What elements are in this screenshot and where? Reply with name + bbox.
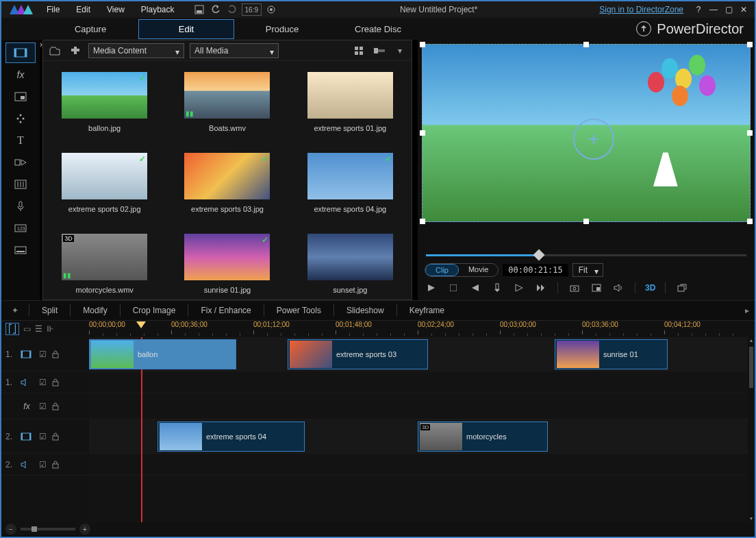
undock-icon[interactable] [675,281,689,295]
menu-edit[interactable]: Edit [69,3,97,16]
transition-room-icon[interactable] [5,152,36,173]
timeline-vscroll[interactable]: ▴▾ [748,337,755,522]
minimize-icon[interactable]: — [708,5,719,14]
snapshot-icon[interactable] [568,281,581,295]
close-icon[interactable]: ✕ [738,5,749,14]
tab-capture[interactable]: Capture [42,20,138,38]
volume-icon[interactable] [612,281,625,295]
media-room-icon[interactable] [5,42,36,63]
tool-fix-enhance[interactable]: Fix / Enhance [188,306,263,315]
timeline-clip[interactable]: 3Dmotorcycles [418,421,548,452]
zoom-in-icon[interactable]: + [79,524,90,535]
menu-view[interactable]: View [100,3,131,16]
tool-modify[interactable]: Modify [71,306,119,315]
menu-file[interactable]: File [40,3,66,16]
media-thumbnail[interactable]: ✓extreme sports 02.jpg [50,153,159,213]
tl-view-1-icon[interactable]: ⎡⎦ [5,323,19,335]
tool-slideshow[interactable]: Slideshow [334,306,396,315]
media-thumbnail[interactable]: extreme sports 01.jpg [296,72,405,132]
timeline-clip[interactable]: extreme sports 03 [288,339,428,369]
media-thumbnail[interactable]: ✓sunrise 01.jpg [173,234,281,294]
settings-icon[interactable] [264,3,278,16]
audio-mix-room-icon[interactable] [5,174,36,195]
voiceover-room-icon[interactable] [5,196,36,217]
title-room-icon[interactable]: T [5,130,36,151]
pip-room-icon[interactable] [5,86,36,107]
subtitle-room-icon[interactable] [5,240,36,260]
timeline-clip[interactable]: sunrise 01 [555,339,668,369]
track-enable-checkbox[interactable]: ☑ [37,378,48,387]
media-thumbnail[interactable]: ✓ballon.jpg [50,72,159,132]
media-thumbnail[interactable]: ▮▮Boats.wmv [173,72,281,132]
preview-image[interactable]: + [422,44,751,222]
video-track-icon[interactable] [21,350,33,358]
track-lock-icon[interactable] [52,402,63,411]
more-tools-icon[interactable]: ▸ [740,306,755,315]
track-lock-icon[interactable] [52,378,63,387]
maximize-icon[interactable]: ▢ [723,5,734,14]
aspect-ratio-select[interactable]: 16:9 [242,3,262,16]
tool-crop[interactable]: Crop Image [121,306,188,315]
toggle-clip[interactable]: Clip [425,264,459,276]
preview-canvas[interactable]: + [422,44,751,247]
save-icon[interactable] [192,3,206,16]
media-thumbnail[interactable]: ✓extreme sports 03.jpg [173,153,281,213]
timeline-ruler[interactable]: 00;00;00;0000;00;36;0000;01;12;0000;01;4… [89,321,755,337]
menu-playback[interactable]: Playback [134,3,181,16]
audio-track-icon[interactable] [21,461,33,469]
upload-icon[interactable] [636,21,651,36]
library-menu-icon[interactable]: ▾ [392,43,407,58]
undo-icon[interactable] [209,3,223,16]
track-enable-checkbox[interactable]: ☑ [37,432,48,441]
fast-forward-icon[interactable] [534,281,548,295]
timeline-clip[interactable]: ballon [89,339,236,369]
zoom-out-icon[interactable]: − [5,524,16,535]
step-icon[interactable] [490,281,504,295]
3d-icon[interactable]: 3D [645,281,655,295]
thumbnail-size-icon[interactable] [372,43,387,58]
track-area[interactable]: ballonextreme sports 03sunrise 01extreme… [89,337,755,522]
grid-view-icon[interactable] [351,43,366,58]
stop-icon[interactable] [446,281,460,295]
magic-wand-icon[interactable]: ✦ [1,306,29,315]
media-thumbnail[interactable]: ✓extreme sports 04.jpg [296,153,405,213]
seek-bar[interactable] [426,254,746,256]
audio-track-icon[interactable] [21,378,33,387]
track-enable-checkbox[interactable]: ☑ [37,350,48,359]
video-track-icon[interactable] [21,432,33,441]
media-filter-select[interactable]: All Media▾ [190,43,279,58]
fx-track-icon[interactable]: fx [21,402,33,411]
plugin-icon[interactable] [68,43,83,58]
particle-room-icon[interactable] [5,108,36,129]
zoom-slider[interactable] [21,528,75,530]
tab-create-disc[interactable]: Create Disc [330,20,426,38]
prev-frame-icon[interactable] [468,281,482,295]
tool-split[interactable]: Split [29,306,70,315]
tool-keyframe[interactable]: Keyframe [397,306,457,315]
tab-produce[interactable]: Produce [234,20,330,38]
media-thumbnail[interactable]: sunset.jpg [296,234,405,294]
signin-link[interactable]: Sign in to DirectorZone [599,5,683,14]
tab-edit[interactable]: Edit [138,19,234,39]
track-lock-icon[interactable] [52,432,63,441]
import-icon[interactable] [47,43,62,58]
next-frame-icon[interactable] [512,281,526,295]
track-enable-checkbox[interactable]: ☑ [37,402,48,411]
fx-room-icon[interactable]: fx [5,64,36,85]
toggle-movie[interactable]: Movie [459,264,498,276]
tl-view-3-icon[interactable]: ☰ [35,324,42,334]
timecode-display[interactable]: 00:00:21:15 [503,264,568,276]
tl-view-2-icon[interactable]: ▭ [23,324,31,334]
zoom-fit-select[interactable]: Fit▾ [572,263,603,277]
track-lock-icon[interactable] [52,461,63,469]
play-icon[interactable] [425,281,438,295]
media-thumbnail[interactable]: 3D▮▮motorcycles.wmv [50,234,159,294]
chapter-room-icon[interactable]: 123 [5,218,36,239]
track-lock-icon[interactable] [52,350,63,358]
media-category-select[interactable]: Media Content▾ [88,43,184,58]
add-media-icon[interactable]: + [573,119,614,160]
redo-icon[interactable] [225,3,239,16]
playhead-marker[interactable] [136,321,146,328]
track-enable-checkbox[interactable]: ☑ [37,460,48,469]
help-icon[interactable]: ? [693,5,704,14]
